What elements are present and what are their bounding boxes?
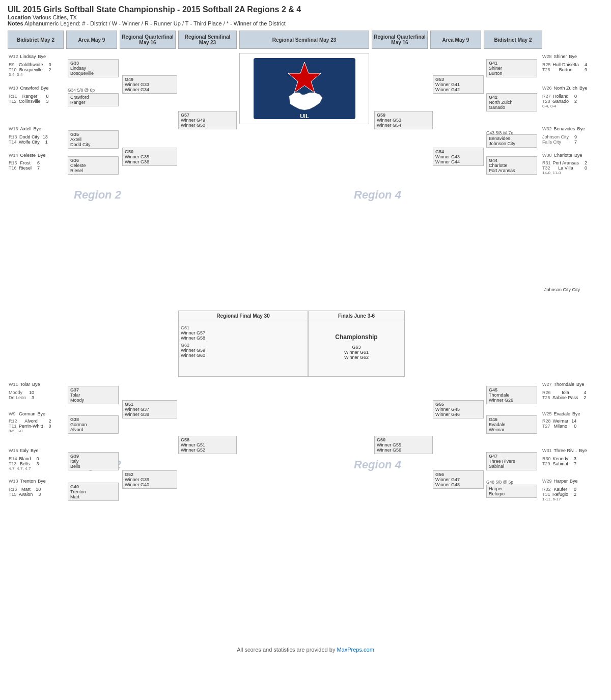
finals-box: Finals June 3-6 Championship G63 Winner … (308, 311, 405, 377)
game-g57: G57 Winner G49 Winner G50 (178, 111, 237, 129)
entry-r26: R26Iola4 T25Sabine Pass2 (542, 390, 587, 400)
regional-final-box: Regional Final May 30 G61 Winner G57 Win… (178, 311, 308, 377)
game-g36: G36 Celeste Riesel (68, 156, 119, 175)
game-g48: Harper Refugio (486, 485, 537, 498)
game-g33: G33 Lindsay Bosqueville (68, 59, 119, 77)
game-g41: G41 Shiner Burton (486, 59, 537, 77)
game-g56: G56 Winner G47 Winner G48 (433, 470, 484, 489)
page-wrapper: UIL 2015 Girls Softball State Championsh… (0, 0, 611, 658)
entry-w10: W10CrawfordBye (9, 86, 49, 91)
region2-label-top: Region 2 (74, 188, 121, 202)
entry-w11: W11TolarBye (9, 382, 40, 387)
game-g53: G53 Winner G41 Winner G42 (433, 75, 484, 94)
entry-r30: R30Kenedy3 T29Sabinal7 (542, 456, 576, 466)
entry-w26: W26North ZulchBye (542, 86, 588, 91)
entry-r32: R32Kaufer0 T31Refugio2 1-11, 6-17 (542, 487, 576, 501)
game-g38: G38 Gorman Alvord (68, 415, 119, 434)
game-g45: G45 Thorndale Winner G26 (486, 386, 537, 404)
game-g50: G50 Winner G35 Winner G36 (122, 148, 177, 166)
entry-r15: R15Frost6 T16Riesel7 (9, 160, 40, 171)
johnson-city-note: Johnson City City (544, 287, 580, 292)
game-g40: G40 Trenton Mart (68, 483, 119, 501)
game-g55: G55 Winner G45 Winner G46 (433, 400, 484, 418)
game-g60: G60 Winner G55 Winner G56 (374, 436, 433, 454)
location-line: Location Various Cities, TX (8, 14, 603, 20)
maxpreps-link[interactable]: MaxPreps.com (337, 647, 374, 653)
hdr-area-right: Area May 9 (430, 31, 481, 49)
svg-text:UIL: UIL (300, 113, 309, 119)
game-g35: G35 Axtell Dodd City (68, 130, 119, 149)
entry-w15: W15ItalyBye (9, 448, 39, 453)
entry-w29: W29HarperBye (542, 479, 578, 484)
hdr-regqtr-left: Regional Quarterfinal May 16 (120, 31, 176, 49)
entry-r13: R13Dodd City13 T14Wolfe City1 (9, 134, 48, 145)
game-g37: G37 Tolar Moody (68, 386, 119, 404)
game-g51: G51 Winner G37 Winner G38 (122, 400, 177, 418)
entry-moody: Moody10 De Leon3 (9, 390, 34, 400)
entry-w16: W16AxtellBye (9, 126, 41, 131)
game-g39: G39 Italy Bells (68, 452, 119, 470)
entry-g34-note: G34 5/8 @ 6p (68, 88, 95, 93)
game-g46: G46 Evadale Weimar (486, 415, 537, 434)
footer: All scores and statistics are provided b… (8, 647, 603, 653)
region4-label-bot: Region 4 (354, 458, 401, 471)
entry-w31: W31Three Riv...Bye (542, 448, 587, 453)
entry-johnsoncity: Johnson City9 Falls City7 (542, 134, 577, 145)
hdr-regsemi-right: Regional Semifinal May 23 (239, 31, 369, 49)
hdr-regqtr-right: Regional Quarterfinal May 16 (372, 31, 428, 49)
entry-r11: R11Ranger8 T12Collinsville3 (9, 94, 49, 104)
entry-r25: R25Hull-Daisetta4 T26Burton9 (542, 62, 587, 72)
game-g58: G58 Winner G51 Winner G52 (178, 436, 237, 454)
game-g42: G42 North Zulch Ganado (486, 93, 537, 111)
game-g52: G52 Winner G39 Winner G40 (122, 470, 177, 489)
entry-r12: R12Alvord2 T11Perrin-Whitt0 8-5, 1-0 (9, 418, 51, 433)
game-g47: G47 Three Rivers Sabinal (486, 452, 537, 470)
entry-r16: R16Mart18 T15Avalon3 (9, 487, 41, 497)
entry-w12: W12LindsayBye (9, 54, 46, 59)
uil-logo-container: UIL (239, 53, 369, 124)
hdr-regsemi-left: Regional Semifinal May 23 (178, 31, 237, 49)
entry-w14: W14CelesteBye (9, 153, 46, 158)
game-g59: G59 Winner G53 Winner G54 (374, 111, 433, 129)
hdr-area-left: Area May 9 (66, 31, 117, 49)
hdr-bidistrict-right: Bidistrict May 2 (484, 31, 542, 49)
entry-r31: R31Port Aransas2 T32La Villa0 14-0, 11-0 (542, 160, 587, 175)
entry-w9: W9GormanBye (9, 411, 45, 416)
entry-r27: R27Holland0 T28Ganado2 0-4, 0-4 (542, 94, 577, 108)
entry-r28: R28Weimar14 T27Milano0 (542, 418, 576, 429)
entry-w25: W25EvadaleBye (542, 411, 580, 416)
game-g49: G49 Winner G33 Winner G34 (122, 75, 177, 94)
uil-logo-svg: UIL (254, 58, 355, 119)
entry-r14: R14Bland0 T13Bells3 4-7, 4-7, 4-7 (9, 456, 39, 471)
region4-label-top: Region 4 (354, 188, 401, 202)
game-g44: G44 Charlotte Port Aransas (486, 156, 537, 175)
page-title: UIL 2015 Girls Softball State Championsh… (8, 5, 603, 14)
entry-r9: R9Goldthwaite0 T10Bosqueville2 3-4, 3-4 (9, 62, 51, 77)
game-g54: G54 Winner G43 Winner G44 (433, 148, 484, 166)
hdr-bidistrict-left: Bidistrict May 2 (8, 31, 64, 49)
notes-line: Notes Alphanumeric Legend: # - District … (8, 20, 603, 26)
entry-w13: W13TrentonBye (9, 479, 46, 484)
entry-w32: W32BenavidesBye (542, 126, 585, 131)
game-g43: Benavides Johnson City (486, 134, 537, 148)
page-header: UIL 2015 Girls Softball State Championsh… (8, 5, 603, 26)
entry-g48-note: G48 5/8 @ 5p (486, 480, 513, 485)
entry-w30: W30CharlotteBye (542, 153, 582, 158)
game-g34: Crawford Ranger (68, 93, 119, 106)
bracket-area: Bidistrict May 2 Area May 9 Regional Qua… (8, 31, 603, 641)
entry-w28: W28ShinerBye (542, 54, 577, 59)
entry-w27: W27ThorndaleBye (542, 382, 585, 387)
